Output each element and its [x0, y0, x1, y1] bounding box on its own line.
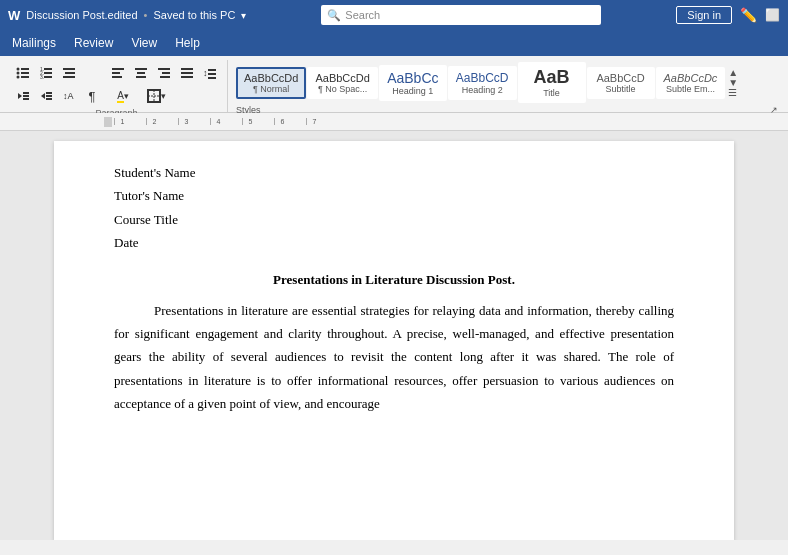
ribbon-upper: 1.2.3. ↕A: [0, 56, 788, 112]
styles-scroll-more[interactable]: ☰: [728, 88, 738, 98]
filename: Discussion Post.edited: [26, 9, 137, 21]
svg-rect-26: [112, 76, 122, 78]
ribbon: 1.2.3. ↕A: [0, 56, 788, 113]
bullet-list-button[interactable]: [12, 62, 34, 84]
document-page: Student's Name Tutor's Name Course Title…: [54, 141, 734, 540]
title-bar-center: 🔍 Search: [246, 5, 676, 25]
title-bar: W Discussion Post.edited • Saved to this…: [0, 0, 788, 30]
styles-scroll-arrows: ▲ ▼ ☰: [728, 68, 738, 98]
styles-scroller: AaBbCcDd ¶ Normal AaBbCcDd ¶ No Spac... …: [236, 62, 778, 103]
menu-bar: Mailings Review View Help: [0, 30, 788, 56]
svg-rect-25: [112, 72, 120, 74]
svg-rect-17: [23, 95, 29, 97]
svg-point-0: [17, 68, 20, 71]
svg-rect-14: [63, 76, 75, 78]
svg-rect-24: [112, 68, 124, 70]
justify-button[interactable]: [176, 62, 198, 84]
document-metadata: Student's Name Tutor's Name Course Title…: [114, 161, 674, 255]
word-icon: W: [8, 8, 20, 23]
sort-button[interactable]: ↕A: [58, 85, 80, 107]
subtitle-label: Subtitle: [606, 84, 636, 94]
svg-rect-30: [158, 68, 170, 70]
subtle-em-label: Subtle Em...: [666, 84, 715, 94]
style-subtitle-button[interactable]: AaBbCcD Subtitle: [587, 67, 655, 99]
svg-rect-29: [136, 76, 146, 78]
svg-rect-28: [137, 72, 145, 74]
ruler-marks: 1 2 3 4 5 6 7: [114, 118, 322, 125]
pen-icon[interactable]: ✏️: [740, 7, 757, 23]
svg-rect-31: [162, 72, 170, 74]
normal-preview: AaBbCcDd: [244, 72, 298, 84]
ruler-mark: 3: [178, 118, 194, 125]
paragraph-buttons-top: 1.2.3. ↕A: [12, 62, 221, 107]
title-label: Title: [543, 88, 560, 98]
shading-button[interactable]: A▾: [107, 85, 139, 107]
menu-mailings[interactable]: Mailings: [4, 33, 64, 53]
date: Date: [114, 231, 674, 254]
multilevel-list-button[interactable]: [58, 62, 80, 84]
styles-scroll-down[interactable]: ▼: [728, 78, 738, 88]
search-box[interactable]: 🔍 Search: [321, 5, 601, 25]
body-paragraph-1: Presentations in literature are essentia…: [114, 299, 674, 416]
styles-group: AaBbCcDd ¶ Normal AaBbCcDd ¶ No Spac... …: [232, 60, 782, 112]
svg-rect-7: [44, 68, 52, 70]
nospace-preview: AaBbCcDd: [315, 72, 369, 84]
align-center-button[interactable]: [130, 62, 152, 84]
search-placeholder: Search: [345, 9, 380, 21]
title-bar-left: W Discussion Post.edited • Saved to this…: [8, 8, 246, 23]
ruler-mark: 5: [242, 118, 258, 125]
ruler-mark: 4: [210, 118, 226, 125]
style-nospace-button[interactable]: AaBbCcDd ¶ No Spac...: [307, 67, 377, 99]
svg-marker-19: [41, 93, 45, 99]
ruler-mark: 1: [114, 118, 130, 125]
list-buttons: 1.2.3. ↕A: [12, 62, 103, 107]
svg-rect-12: [63, 68, 75, 70]
svg-marker-15: [18, 93, 22, 99]
svg-text:3.: 3.: [40, 74, 44, 80]
svg-point-4: [17, 76, 20, 79]
line-spacing-button[interactable]: ↕: [199, 62, 221, 84]
sign-in-button[interactable]: Sign in: [676, 6, 732, 24]
style-normal-button[interactable]: AaBbCcDd ¶ Normal: [236, 67, 306, 99]
styles-scroll-up[interactable]: ▲: [728, 68, 738, 78]
align-buttons: ↕ A▾ ▾: [107, 62, 221, 107]
borders-button[interactable]: ▾: [140, 85, 172, 107]
saved-status: Saved to this PC: [153, 9, 235, 21]
style-heading2-button[interactable]: AaBbCcD Heading 2: [448, 66, 517, 100]
menu-help[interactable]: Help: [167, 33, 208, 53]
course-title: Course Title: [114, 208, 674, 231]
align-left-button[interactable]: [107, 62, 129, 84]
svg-rect-16: [23, 92, 29, 94]
svg-rect-20: [46, 92, 52, 94]
svg-rect-35: [181, 76, 193, 78]
pilcrow-button[interactable]: ¶: [81, 85, 103, 107]
increase-indent-button[interactable]: [35, 85, 57, 107]
document-area[interactable]: Student's Name Tutor's Name Course Title…: [0, 131, 788, 540]
svg-rect-1: [21, 68, 29, 70]
subtle-em-preview: AaBbCcDc: [664, 72, 718, 84]
menu-review[interactable]: Review: [66, 33, 121, 53]
title-bar-right: Sign in ✏️ ⬜: [676, 6, 780, 24]
menu-view[interactable]: View: [123, 33, 165, 53]
document-title: Presentations in Literature Discussion P…: [114, 269, 674, 291]
svg-rect-21: [46, 95, 52, 97]
document-body: Presentations in literature are essentia…: [114, 299, 674, 416]
svg-rect-18: [23, 98, 29, 100]
separator: •: [144, 9, 148, 21]
ruler-mark: 7: [306, 118, 322, 125]
ruler: 1 2 3 4 5 6 7: [0, 113, 788, 131]
style-subtle-em-button[interactable]: AaBbCcDc Subtle Em...: [656, 67, 726, 99]
tutors-name: Tutor's Name: [114, 184, 674, 207]
numbered-list-button[interactable]: 1.2.3.: [35, 62, 57, 84]
style-heading1-button[interactable]: AaBbCc Heading 1: [379, 65, 447, 101]
svg-rect-37: [208, 69, 216, 71]
decrease-indent-button[interactable]: [12, 85, 34, 107]
align-right-button[interactable]: [153, 62, 175, 84]
normal-label: ¶ Normal: [253, 84, 289, 94]
restore-icon[interactable]: ⬜: [765, 8, 780, 22]
svg-rect-3: [21, 72, 29, 74]
h1-preview: AaBbCc: [387, 70, 438, 86]
svg-point-2: [17, 72, 20, 75]
svg-rect-34: [181, 72, 193, 74]
style-title-button[interactable]: AaB Title: [518, 62, 586, 103]
